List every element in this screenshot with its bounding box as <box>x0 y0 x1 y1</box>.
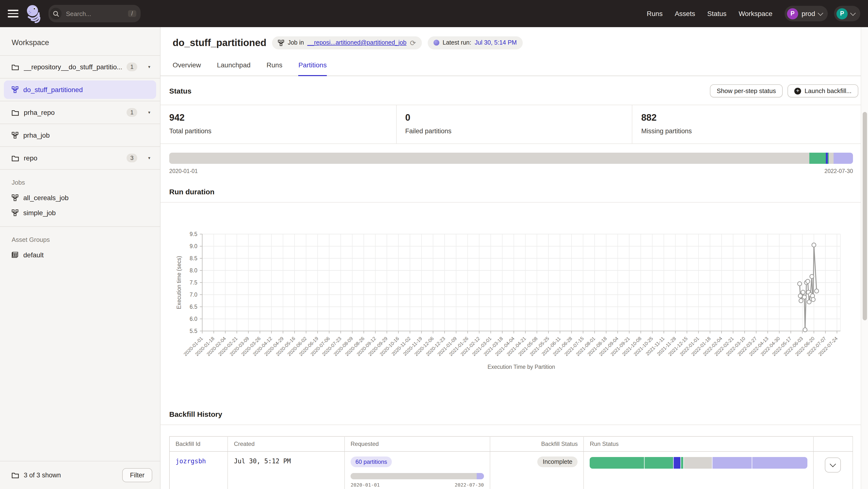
folder-icon <box>12 472 19 478</box>
filter-button[interactable]: Filter <box>122 468 152 482</box>
hamburger-menu-icon[interactable] <box>8 10 19 18</box>
user-menu[interactable]: P <box>834 6 860 21</box>
screenshot-stage: Search... / RunsAssetsStatusWorkspace P … <box>0 0 868 489</box>
expand-row-button[interactable] <box>825 457 841 472</box>
jobs-list: all_cereals_jobsimple_job <box>0 190 160 220</box>
search-input[interactable]: Search... / <box>49 5 141 22</box>
bar-segment <box>752 457 807 469</box>
bar-segment <box>169 153 809 164</box>
partition-status-bar[interactable] <box>169 153 853 164</box>
sidebar-item-prha-job[interactable]: prha_job <box>0 124 160 147</box>
sidebar-item-label: do_stuff_partitioned <box>23 86 83 94</box>
nav-links: RunsAssetsStatusWorkspace <box>647 10 772 18</box>
bar-segment <box>644 457 673 469</box>
sidebar-item-label: all_cereals_job <box>23 194 69 201</box>
deployment-switcher[interactable]: P prod <box>784 6 828 21</box>
tab-overview[interactable]: Overview <box>173 61 201 75</box>
dagster-app: Search... / RunsAssetsStatusWorkspace P … <box>0 0 868 489</box>
column-header-run-status: Run Status <box>584 436 813 451</box>
item-count-badge: 1 <box>127 108 137 117</box>
nav-link-assets[interactable]: Assets <box>675 10 695 18</box>
latest-run-label: Latest run: <box>443 39 471 46</box>
svg-text:7.5: 7.5 <box>190 280 197 286</box>
bar-segment <box>683 457 712 469</box>
sidebar-item-label: prha_repo <box>24 108 55 116</box>
requested-range-start: 2020-01-01 <box>350 482 380 488</box>
tab-partitions[interactable]: Partitions <box>299 61 327 75</box>
deployment-label: prod <box>802 10 815 18</box>
bar-segment <box>826 153 828 164</box>
dropdown-caret-icon[interactable]: ▾ <box>148 110 150 115</box>
asset-groups-list: default <box>0 247 160 262</box>
svg-text:5.5: 5.5 <box>190 328 197 334</box>
nav-link-workspace[interactable]: Workspace <box>739 10 772 18</box>
partition-stats: 942Total partitions0Failed partitions882… <box>160 105 868 144</box>
job-icon <box>12 132 19 139</box>
latest-run-link[interactable]: Jul 30, 5:14 PM <box>475 39 517 46</box>
top-nav: Search... / RunsAssetsStatusWorkspace P … <box>0 0 868 27</box>
job-icon <box>12 194 19 201</box>
job-icon <box>12 86 19 93</box>
repo-list: __repository__do_stuff_partitio...1▾do_s… <box>0 55 160 170</box>
nav-link-runs[interactable]: Runs <box>647 10 663 18</box>
stat-value: 942 <box>169 112 396 123</box>
dagster-logo-icon[interactable] <box>25 4 42 23</box>
latest-run-pill: Latest run: Jul 30, 5:14 PM <box>428 36 523 49</box>
sidebar-item-prha-repo[interactable]: prha_repo1▾ <box>0 101 160 124</box>
svg-text:9.0: 9.0 <box>190 243 197 249</box>
column-header-requested: Requested <box>344 436 490 451</box>
nav-link-status[interactable]: Status <box>707 10 726 18</box>
status-title: Status <box>169 87 191 95</box>
sidebar-item-label: simple_job <box>23 209 56 217</box>
column-header-actions <box>813 436 853 451</box>
column-header-backfill-status: Backfill Status <box>490 436 584 451</box>
stat-label: Total partitions <box>169 127 396 135</box>
vertical-scrollbar[interactable] <box>861 27 868 489</box>
svg-text:8.5: 8.5 <box>190 255 197 261</box>
sidebar-item-repo[interactable]: repo3▾ <box>0 147 160 170</box>
partition-bar-block: 2020-01-01 2022-07-30 <box>160 144 868 178</box>
dropdown-caret-icon[interactable]: ▾ <box>148 156 150 160</box>
bar-segment <box>834 153 853 164</box>
backfill-id-link[interactable]: jozrgsbh <box>176 457 206 465</box>
partition-range-end: 2022-07-30 <box>824 168 853 174</box>
job-origin-link[interactable]: __reposi...artitioned@partitioned_job <box>307 39 406 46</box>
requested-partition-bar <box>350 473 484 479</box>
search-icon <box>50 8 62 20</box>
stat-missing-partitions: 882Missing partitions <box>632 105 868 143</box>
partition-range-start: 2020-01-01 <box>169 168 198 174</box>
launch-backfill-button[interactable]: + Launch backfill... <box>787 84 858 97</box>
svg-text:6.0: 6.0 <box>190 316 197 322</box>
tab-runs[interactable]: Runs <box>267 61 282 75</box>
sidebar-item-label: repo <box>24 154 37 162</box>
reload-icon[interactable]: ⟳ <box>410 39 416 46</box>
folder-icon <box>12 155 19 161</box>
stat-total-partitions: 942Total partitions <box>160 105 396 143</box>
tab-bar: OverviewLaunchpadRunsPartitions <box>160 61 868 76</box>
sidebar-item-label: default <box>23 251 44 259</box>
sidebar-item-simple_job[interactable]: simple_job <box>0 205 160 220</box>
svg-text:7.0: 7.0 <box>190 292 197 298</box>
sidebar-item-default[interactable]: default <box>0 247 160 262</box>
bar-segment <box>476 473 484 479</box>
scrollbar-thumb[interactable] <box>863 112 867 320</box>
job-origin-pill: Job in __reposi...artitioned@partitioned… <box>272 36 422 49</box>
bar-segment <box>673 457 680 469</box>
show-per-step-status-button[interactable]: Show per-step status <box>710 84 783 97</box>
sidebar-item--repository-do-stuff-partitio-[interactable]: __repository__do_stuff_partitio...1▾ <box>0 56 160 78</box>
dropdown-caret-icon[interactable]: ▾ <box>148 64 150 69</box>
chevron-down-icon <box>830 461 836 467</box>
bar-segment <box>680 457 683 469</box>
requested-partitions-chip[interactable]: 60 partitions <box>350 457 392 467</box>
asset-group-icon <box>12 251 19 258</box>
bar-segment <box>829 153 834 164</box>
tab-launchpad[interactable]: Launchpad <box>217 61 251 75</box>
workspace-sidebar: Workspace __repository__do_stuff_partiti… <box>0 27 160 489</box>
octopus-logo-icon <box>25 4 42 23</box>
sidebar-item-do-stuff-partitioned[interactable]: do_stuff_partitioned <box>0 78 160 101</box>
requested-range-end: 2022-07-30 <box>455 482 484 488</box>
sidebar-item-all_cereals_job[interactable]: all_cereals_job <box>0 190 160 205</box>
stat-value: 882 <box>641 112 868 123</box>
deployment-avatar: P <box>787 8 798 19</box>
run-status-bar[interactable] <box>590 457 807 469</box>
